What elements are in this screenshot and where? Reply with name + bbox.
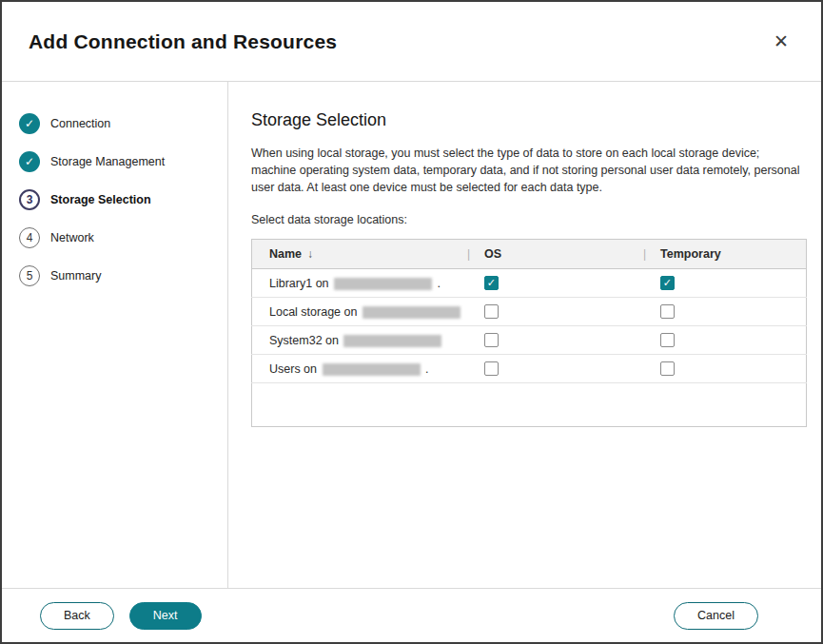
temporary-checkbox[interactable]: ✓ xyxy=(660,276,675,290)
table-row: Library1 on .✓✓ xyxy=(252,269,807,298)
dialog-title: Add Connection and Resources xyxy=(29,30,337,53)
column-separator: | xyxy=(643,247,646,261)
step-number-badge: 4 xyxy=(19,227,40,248)
empty-cell xyxy=(252,383,807,427)
wizard-steps-sidebar: ✓ Connection ✓ Storage Management 3 Stor… xyxy=(2,82,228,588)
step-label: Storage Management xyxy=(50,155,165,168)
storage-name-text: Users on xyxy=(269,362,321,376)
step-label: Network xyxy=(50,231,94,244)
sidebar-item-connection[interactable]: ✓ Connection xyxy=(19,112,227,134)
temporary-checkbox-cell xyxy=(638,326,807,355)
table-header: Name↓ |OS |Temporary xyxy=(252,240,807,269)
os-checkbox[interactable]: ✓ xyxy=(484,276,499,290)
table-row: Local storage on xyxy=(252,298,807,326)
sidebar-item-storage-management[interactable]: ✓ Storage Management xyxy=(19,150,227,172)
step-label: Storage Selection xyxy=(50,193,151,206)
temporary-checkbox[interactable] xyxy=(660,304,675,319)
dialog-header: Add Connection and Resources ✕ xyxy=(2,2,821,82)
storage-selection-panel: Storage Selection When using local stora… xyxy=(228,82,823,588)
table-row: System32 on xyxy=(252,326,807,355)
sidebar-item-summary[interactable]: 5 Summary xyxy=(19,264,227,286)
storage-name-suffix: . xyxy=(434,277,441,290)
temporary-checkbox-cell xyxy=(638,355,807,383)
os-checkbox-cell xyxy=(462,326,638,355)
temporary-checkbox[interactable] xyxy=(660,361,675,376)
storage-name-text: Local storage on xyxy=(269,305,361,319)
sidebar-item-storage-selection[interactable]: 3 Storage Selection xyxy=(19,188,227,210)
step-number-badge: 5 xyxy=(19,265,40,286)
select-locations-label: Select data storage locations: xyxy=(251,213,807,226)
redacted-hostname xyxy=(343,335,441,347)
storage-table-body: Library1 on .✓✓Local storage on System32… xyxy=(252,269,807,383)
redacted-hostname xyxy=(323,363,421,376)
dialog-body: ✓ Connection ✓ Storage Management 3 Stor… xyxy=(2,82,821,588)
os-checkbox-cell: ✓ xyxy=(462,269,638,298)
column-separator: | xyxy=(467,247,470,261)
temporary-checkbox[interactable] xyxy=(660,333,675,347)
os-checkbox[interactable] xyxy=(484,304,499,319)
os-checkbox[interactable] xyxy=(484,361,499,376)
dialog-footer: Back Next Cancel xyxy=(2,588,821,642)
storage-name-suffix: . xyxy=(422,362,429,376)
table-row: Users on . xyxy=(252,355,807,383)
os-checkbox-cell xyxy=(462,298,638,326)
step-complete-check-icon: ✓ xyxy=(19,113,40,134)
redacted-hostname xyxy=(363,306,460,319)
step-label: Summary xyxy=(50,269,101,283)
step-label: Connection xyxy=(50,117,110,130)
redacted-hostname xyxy=(334,278,432,290)
os-checkbox-cell xyxy=(462,355,638,383)
step-number-badge: 3 xyxy=(19,189,40,210)
table-empty-area xyxy=(252,383,807,427)
add-connection-resources-dialog: Add Connection and Resources ✕ ✓ Connect… xyxy=(0,0,823,644)
description-text: When using local storage, you must selec… xyxy=(251,145,807,196)
close-icon[interactable]: ✕ xyxy=(770,29,793,54)
storage-name-cell: Users on . xyxy=(252,355,462,383)
storage-name-cell: System32 on xyxy=(252,326,462,355)
storage-locations-table: Name↓ |OS |Temporary Library1 on .✓✓Loca… xyxy=(251,239,807,427)
column-header-os[interactable]: |OS xyxy=(462,240,638,269)
storage-name-text: Library1 on xyxy=(269,277,332,290)
step-complete-check-icon: ✓ xyxy=(19,151,40,172)
storage-name-cell: Library1 on . xyxy=(252,269,462,298)
sidebar-item-network[interactable]: 4 Network xyxy=(19,226,227,248)
storage-name-cell: Local storage on xyxy=(252,298,462,326)
column-header-temporary[interactable]: |Temporary xyxy=(638,240,807,269)
next-button[interactable]: Next xyxy=(129,602,202,630)
temporary-checkbox-cell xyxy=(638,298,807,326)
column-header-name[interactable]: Name↓ xyxy=(252,240,462,269)
storage-name-text: System32 on xyxy=(269,334,342,347)
cancel-button[interactable]: Cancel xyxy=(674,602,758,630)
temporary-checkbox-cell: ✓ xyxy=(638,269,807,298)
page-title: Storage Selection xyxy=(251,110,807,130)
os-checkbox[interactable] xyxy=(484,333,499,347)
sort-down-icon: ↓ xyxy=(307,247,313,261)
back-button[interactable]: Back xyxy=(40,602,114,630)
